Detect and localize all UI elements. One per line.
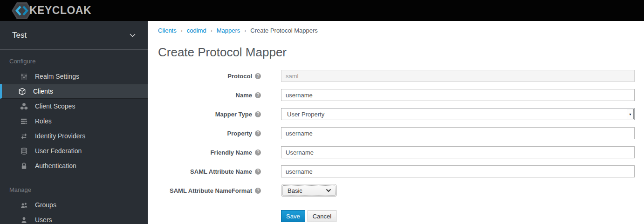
roles-list-icon xyxy=(20,117,28,125)
form-row-mapper-type: Mapper Type User Property ▼ xyxy=(158,108,644,120)
help-icon[interactable] xyxy=(255,169,261,175)
sidebar-item-users[interactable]: Users xyxy=(0,212,148,224)
user-icon xyxy=(20,216,28,224)
sidebar-item-label: Groups xyxy=(35,201,56,209)
realm-name: Test xyxy=(12,31,27,40)
group-icon xyxy=(20,201,28,209)
realm-selector[interactable]: Test xyxy=(0,21,148,50)
protocol-input xyxy=(281,70,635,82)
select-arrow-icon: ▼ xyxy=(627,109,634,119)
sidebar-item-authentication[interactable]: Authentication xyxy=(0,158,148,173)
breadcrumb-separator: › xyxy=(211,27,212,34)
sidebar-item-label: User Federation xyxy=(35,147,82,155)
name-label: Name xyxy=(236,92,252,99)
sidebar-item-label: Client Scopes xyxy=(35,102,75,110)
form-row-friendly-name: Friendly Name xyxy=(158,146,644,158)
help-icon[interactable] xyxy=(255,111,261,117)
database-icon xyxy=(20,147,28,155)
friendly-name-input[interactable] xyxy=(281,146,635,158)
sidebar-item-identity-providers[interactable]: Identity Providers xyxy=(0,129,148,143)
sidebar: Test Configure Realm Settings Clients xyxy=(0,21,148,224)
saml-attribute-name-input[interactable] xyxy=(281,165,635,177)
help-icon[interactable] xyxy=(255,149,261,156)
saml-attribute-name-label: SAML Attribute Name xyxy=(190,168,252,175)
mapper-type-select[interactable]: User Property ▼ xyxy=(281,108,635,120)
exchange-arrows-icon xyxy=(20,132,28,140)
saml-attribute-nameformat-select[interactable]: Basic xyxy=(281,184,337,197)
lock-icon xyxy=(20,162,28,170)
sidebar-item-client-scopes[interactable]: Client Scopes xyxy=(0,99,148,114)
breadcrumb-separator: › xyxy=(244,27,246,34)
protocol-label: Protocol xyxy=(227,73,252,80)
form-row-protocol: Protocol xyxy=(158,70,644,82)
sidebar-item-clients[interactable]: Clients xyxy=(0,84,148,99)
form-buttons: Save Cancel xyxy=(281,210,644,222)
brand-title: KEYCLOAK xyxy=(29,4,91,17)
breadcrumb-separator: › xyxy=(181,27,183,34)
breadcrumb-current: Create Protocol Mappers xyxy=(250,27,318,34)
chevron-down-icon xyxy=(130,34,136,37)
sidebar-item-user-federation[interactable]: User Federation xyxy=(0,143,148,158)
chevron-down-icon xyxy=(326,189,331,192)
cancel-button[interactable]: Cancel xyxy=(308,210,336,222)
sidebar-item-roles[interactable]: Roles xyxy=(0,114,148,129)
main-content: Clients › codimd › Mappers › Create Prot… xyxy=(148,21,644,224)
keycloak-logo[interactable]: KEYCLOAK xyxy=(11,1,91,20)
property-input[interactable] xyxy=(281,127,635,139)
breadcrumb: Clients › codimd › Mappers › Create Prot… xyxy=(158,27,644,34)
sidebar-item-label: Users xyxy=(35,216,52,224)
sidebar-item-realm-settings[interactable]: Realm Settings xyxy=(0,69,148,84)
sliders-icon xyxy=(20,72,28,81)
help-icon[interactable] xyxy=(255,130,261,136)
sidebar-item-label: Roles xyxy=(35,117,52,125)
cubes-icon xyxy=(20,102,28,110)
friendly-name-label: Friendly Name xyxy=(210,149,252,156)
sidebar-section-manage: Manage xyxy=(0,173,148,197)
sidebar-item-label: Realm Settings xyxy=(35,73,79,80)
help-icon[interactable] xyxy=(255,92,261,98)
form-row-saml-attribute-nameformat: SAML Attribute NameFormat Basic xyxy=(158,184,644,197)
sidebar-section-configure: Configure xyxy=(0,50,148,69)
help-icon[interactable] xyxy=(255,188,261,194)
top-bar: KEYCLOAK xyxy=(0,0,644,21)
help-icon[interactable] xyxy=(255,73,261,79)
form-row-property: Property xyxy=(158,127,644,139)
saml-attribute-nameformat-value: Basic xyxy=(288,187,302,194)
property-label: Property xyxy=(227,130,252,137)
sidebar-item-label: Authentication xyxy=(35,162,76,170)
breadcrumb-mappers[interactable]: Mappers xyxy=(217,27,240,34)
mapper-type-label: Mapper Type xyxy=(215,111,252,118)
sidebar-item-label: Clients xyxy=(33,88,53,95)
sidebar-item-groups[interactable]: Groups xyxy=(0,197,148,212)
cube-icon xyxy=(18,87,26,95)
sidebar-item-label: Identity Providers xyxy=(35,132,85,140)
breadcrumb-clients[interactable]: Clients xyxy=(158,27,177,34)
page-title: Create Protocol Mapper xyxy=(158,45,644,60)
create-protocol-mapper-form: Protocol Name Mapper Type Us xyxy=(158,70,644,222)
form-row-name: Name xyxy=(158,89,644,101)
saml-attribute-nameformat-label: SAML Attribute NameFormat xyxy=(170,187,252,194)
form-row-saml-attribute-name: SAML Attribute Name xyxy=(158,165,644,177)
mapper-type-value: User Property xyxy=(287,111,324,118)
save-button[interactable]: Save xyxy=(281,210,305,222)
name-input[interactable] xyxy=(281,89,635,101)
breadcrumb-codimd[interactable]: codimd xyxy=(187,27,206,34)
